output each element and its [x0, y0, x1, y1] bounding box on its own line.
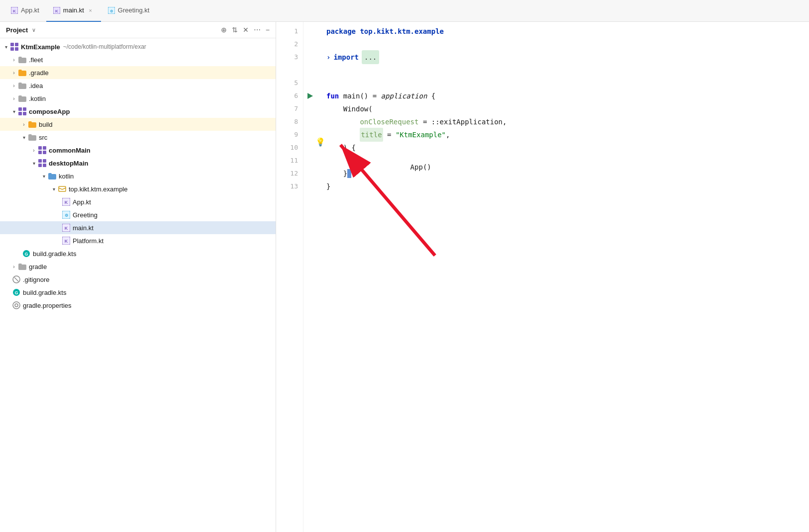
kt-file-icon: K [62, 197, 71, 206]
tab-app-kt[interactable]: K App.kt [4, 0, 46, 22]
close-icon[interactable]: ✕ [243, 26, 249, 34]
kt-icon: K [11, 7, 18, 14]
svg-point-38 [13, 302, 20, 309]
list-item[interactable]: K main.kt [0, 221, 276, 234]
line-numbers: 1 2 3 5 6 7 8 9 10 11 12 13 [276, 22, 303, 532]
code-line: 💡 App() [326, 154, 809, 167]
sidebar-header: Project ∨ ⊕ ⇅ ✕ ⋯ − [0, 22, 276, 38]
tree-root[interactable]: ▾ KtmExample ~/code/kotlin-multiplatform… [0, 40, 276, 53]
ellipsis-icon[interactable]: ⋯ [254, 26, 261, 34]
tab-bar: K App.kt K main.kt × ⚙ Greeting.kt [0, 0, 809, 22]
list-item[interactable]: ▾ src [0, 131, 276, 144]
item-label: top.kikt.ktm.example [69, 185, 128, 193]
list-item[interactable]: K Platform.kt [0, 234, 276, 247]
list-item[interactable]: ▾ desktopMain [0, 157, 276, 170]
svg-rect-12 [18, 112, 22, 115]
item-label: main.kt [73, 224, 94, 232]
code-token: › [326, 51, 330, 64]
item-label: build [39, 121, 52, 128]
module-icon [38, 159, 47, 168]
list-item[interactable]: ⚙ Greeting [0, 208, 276, 221]
line-num: 1 [276, 25, 298, 38]
chevron-right-icon: › [10, 264, 18, 269]
list-item[interactable]: › .gradle [0, 66, 276, 79]
list-item[interactable]: ▾ top.kikt.ktm.example [0, 182, 276, 195]
svg-rect-22 [59, 186, 66, 191]
svg-rect-10 [18, 107, 22, 111]
svg-rect-7 [15, 43, 18, 46]
svg-rect-13 [23, 112, 26, 115]
tab-close-button[interactable]: × [87, 7, 94, 14]
line-num: 2 [276, 38, 298, 51]
item-label: .fleet [29, 56, 43, 64]
root-path: ~/code/kotlin-multiplatform/exar [63, 43, 146, 50]
code-token [326, 102, 343, 115]
gradle-icon: G [12, 288, 21, 297]
code-line [326, 64, 809, 77]
list-item[interactable]: ▾ kotlin [0, 170, 276, 182]
tab-main-kt[interactable]: K main.kt × [46, 0, 101, 22]
code-token: Window [343, 102, 369, 115]
code-token: = ::exitApplication, [418, 115, 506, 128]
list-item[interactable]: gradle.properties [0, 299, 276, 312]
lightbulb-icon: 💡 [316, 136, 325, 149]
tab-label: Greeting.kt [118, 6, 150, 14]
list-item[interactable]: › .kotlin [0, 92, 276, 105]
list-item[interactable]: › build [0, 118, 276, 131]
run-gutter-icon[interactable] [304, 89, 315, 102]
code-token: } [326, 180, 330, 193]
sidebar-header-icons: ⊕ ⇅ ✕ ⋯ − [221, 26, 270, 34]
list-item[interactable]: › commonMain [0, 144, 276, 157]
list-item[interactable]: .gitignore [0, 273, 276, 286]
code-lines[interactable]: package top.kikt.ktm.example › import ..… [316, 22, 809, 532]
code-line: package top.kikt.ktm.example [326, 25, 809, 38]
item-label: commonMain [49, 147, 91, 154]
sidebar: Project ∨ ⊕ ⇅ ✕ ⋯ − ▾ KtmExample ~/code/… [0, 22, 276, 532]
svg-rect-9 [15, 47, 18, 51]
tab-label: main.kt [63, 6, 84, 14]
line-num: 6 [276, 89, 298, 102]
svg-rect-19 [43, 159, 46, 163]
code-token: import [333, 51, 359, 64]
list-item[interactable]: › .idea [0, 79, 276, 92]
svg-line-34 [14, 277, 18, 281]
module-icon [10, 42, 19, 51]
chevron-down-icon: ▾ [10, 109, 18, 114]
kt-file-icon: K [62, 223, 71, 232]
list-item[interactable]: ▾ composeApp [0, 105, 276, 118]
svg-rect-8 [10, 47, 14, 51]
chevron-down-icon: ▾ [30, 161, 38, 166]
import-collapsed: ... [362, 50, 379, 64]
svg-text:⚙: ⚙ [110, 9, 113, 13]
item-label: .idea [29, 82, 43, 89]
list-item[interactable]: K App.kt [0, 195, 276, 208]
item-label: .kotlin [29, 95, 46, 102]
code-line: Window( [326, 102, 809, 115]
line-num: 5 [276, 77, 298, 89]
folder-icon [18, 81, 27, 90]
target-icon[interactable]: ⊕ [221, 26, 227, 34]
compose-icon: ⚙ [108, 7, 115, 14]
list-item[interactable]: G build.gradle.kts [0, 247, 276, 260]
code-token: ( [368, 102, 372, 115]
svg-text:K: K [65, 239, 68, 244]
folder-icon [48, 172, 57, 180]
svg-rect-6 [10, 43, 14, 46]
module-icon [18, 107, 27, 116]
kt-file-icon: K [62, 236, 71, 245]
svg-rect-16 [38, 151, 42, 154]
list-item[interactable]: › gradle [0, 260, 276, 273]
tab-greeting-kt[interactable]: ⚙ Greeting.kt [101, 0, 157, 22]
code-line: } [326, 167, 809, 180]
updown-icon[interactable]: ⇅ [232, 26, 238, 34]
package-icon [58, 184, 67, 193]
list-item[interactable]: G build.gradle.kts [0, 286, 276, 299]
list-item[interactable]: › .fleet [0, 53, 276, 66]
svg-text:K: K [13, 9, 16, 13]
code-line: › import ... [326, 51, 809, 64]
minimize-icon[interactable]: − [266, 26, 270, 34]
code-line [326, 38, 809, 51]
code-token [326, 115, 360, 128]
item-label: kotlin [59, 173, 74, 180]
svg-rect-15 [43, 146, 46, 150]
